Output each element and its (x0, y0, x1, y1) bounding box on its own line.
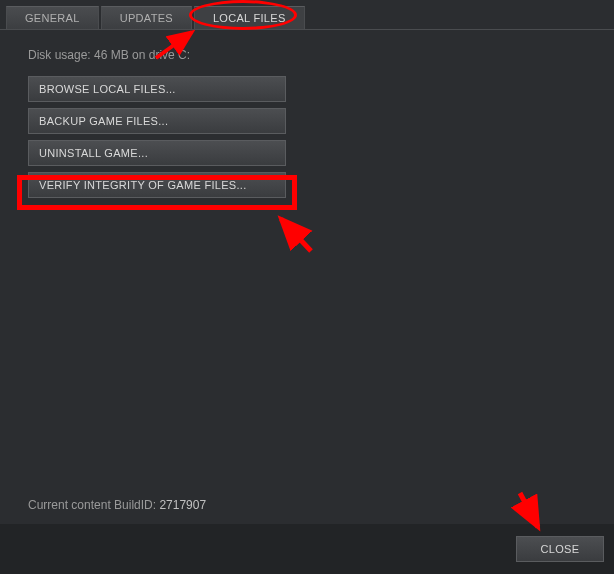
build-id-text: Current content BuildID: 2717907 (28, 498, 206, 512)
browse-local-files-button[interactable]: BROWSE LOCAL FILES... (28, 76, 286, 102)
uninstall-game-button[interactable]: UNINSTALL GAME... (28, 140, 286, 166)
backup-game-files-button[interactable]: BACKUP GAME FILES... (28, 108, 286, 134)
tab-updates[interactable]: UPDATES (101, 6, 192, 29)
build-id-label: Current content BuildID: (28, 498, 156, 512)
dialog-footer: CLOSE (0, 524, 614, 574)
build-id-value: 2717907 (159, 498, 206, 512)
annotation-arrow-verify (273, 211, 319, 257)
verify-integrity-button[interactable]: VERIFY INTEGRITY OF GAME FILES... (28, 172, 286, 198)
actions-list: BROWSE LOCAL FILES... BACKUP GAME FILES.… (0, 66, 614, 198)
svg-line-3 (281, 219, 311, 251)
svg-line-5 (520, 493, 538, 527)
disk-usage-text: Disk usage: 46 MB on drive C: (0, 30, 614, 66)
tab-local-files[interactable]: LOCAL FILES (194, 6, 305, 29)
disk-usage-label: Disk usage: (28, 48, 91, 62)
disk-usage-value: 46 MB on drive C: (94, 48, 190, 62)
close-button[interactable]: CLOSE (516, 536, 604, 562)
tabs-bar: GENERAL UPDATES LOCAL FILES (0, 0, 614, 30)
tab-general[interactable]: GENERAL (6, 6, 99, 29)
